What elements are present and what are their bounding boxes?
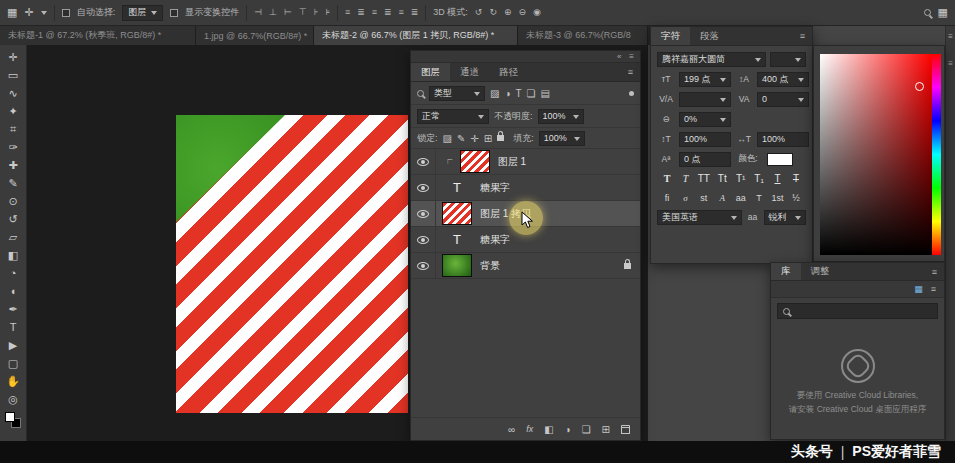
delete-layer-icon[interactable] bbox=[621, 425, 630, 434]
filter-adjustment-layers-icon[interactable]: ◑ bbox=[504, 88, 510, 99]
collapse-panel-icon[interactable]: « bbox=[617, 52, 621, 61]
layer-row-background[interactable]: 背景 bbox=[411, 253, 640, 279]
distribute-top-icon[interactable]: ≡ bbox=[345, 8, 350, 17]
lock-pixels-icon[interactable]: ✎ bbox=[457, 133, 465, 144]
filter-pixel-layers-icon[interactable]: ▨ bbox=[490, 88, 499, 99]
layer-thumbnail[interactable] bbox=[442, 254, 472, 277]
faux-italic-button[interactable]: T bbox=[677, 173, 693, 184]
tab-paragraph[interactable]: 段落 bbox=[690, 27, 729, 45]
show-transform-checkbox[interactable] bbox=[170, 9, 178, 17]
font-family-select[interactable]: 腾祥嘉丽大圆简 bbox=[657, 52, 766, 67]
lock-transparency-icon[interactable]: ▨ bbox=[443, 133, 452, 144]
roll-3d-icon[interactable]: ↻ bbox=[489, 8, 497, 17]
panel-menu-icon[interactable]: ≡ bbox=[621, 63, 640, 81]
lasso-tool[interactable]: ∿ bbox=[0, 84, 26, 102]
list-view-icon[interactable]: ≡ bbox=[931, 284, 936, 294]
text-layer-icon[interactable]: T bbox=[442, 176, 472, 199]
grid-view-icon[interactable]: ▦ bbox=[914, 284, 923, 294]
visibility-toggle[interactable] bbox=[411, 175, 436, 200]
doc-tab-3-active[interactable]: 未标题-2 @ 66.7% (图层 1 拷贝, RGB/8#) * bbox=[314, 26, 518, 45]
tab-character[interactable]: 字符 bbox=[651, 27, 690, 45]
ordinals-button[interactable]: 1st bbox=[770, 193, 786, 203]
filter-type-dropdown[interactable]: 类型 bbox=[429, 86, 485, 101]
move-tool-icon[interactable]: ✛ bbox=[24, 7, 33, 18]
filter-toggle-icon[interactable] bbox=[629, 91, 634, 96]
pen-tool[interactable]: ✒ bbox=[0, 300, 26, 318]
font-size-field[interactable]: 199 点 bbox=[679, 72, 731, 87]
strikethrough-button[interactable]: T bbox=[788, 173, 804, 184]
layer-style-icon[interactable]: fx bbox=[526, 424, 533, 434]
path-select-tool[interactable]: ▶ bbox=[0, 336, 26, 354]
discretionary-ligatures-button[interactable]: st bbox=[696, 193, 712, 203]
doc-tab-1[interactable]: 未标题-1 @ 67.2% (秋季班, RGB/8#) * bbox=[0, 26, 196, 45]
doc-tab-2[interactable]: 1.jpg @ 66.7%(RGB/8#) * bbox=[196, 26, 314, 45]
all-caps-button[interactable]: TT bbox=[696, 173, 712, 184]
visibility-toggle[interactable] bbox=[411, 253, 436, 278]
filter-smart-objects-icon[interactable]: ▤ bbox=[541, 88, 550, 99]
anti-alias-select[interactable]: 锐利 bbox=[764, 210, 806, 225]
vertical-scale-field[interactable]: 100% bbox=[679, 132, 731, 147]
align-right-icon[interactable]: ⊢ bbox=[284, 8, 292, 17]
tab-channels[interactable]: 通道 bbox=[450, 63, 489, 81]
color-marker-icon[interactable] bbox=[915, 82, 924, 91]
contextual-alternates-button[interactable]: σ bbox=[677, 193, 693, 203]
dodge-tool[interactable]: ◖ bbox=[0, 282, 26, 300]
color-swatches[interactable] bbox=[5, 412, 21, 428]
panel-menu-icon[interactable]: ≡ bbox=[629, 52, 634, 61]
visibility-toggle[interactable] bbox=[411, 201, 436, 226]
add-mask-icon[interactable]: ◧ bbox=[544, 424, 553, 435]
text-layer-icon[interactable]: T bbox=[442, 228, 472, 251]
quick-select-tool[interactable]: ✦ bbox=[0, 102, 26, 120]
small-caps-button[interactable]: Tt bbox=[714, 173, 730, 184]
hue-slider[interactable] bbox=[932, 54, 941, 255]
align-top-icon[interactable]: ⊤ bbox=[299, 8, 307, 17]
blend-mode-dropdown[interactable]: 正常 bbox=[417, 109, 489, 124]
tsume-field[interactable]: 0% bbox=[679, 112, 731, 127]
language-select[interactable]: 美国英语 bbox=[657, 210, 742, 225]
lock-all-icon[interactable] bbox=[497, 135, 504, 141]
healing-tool[interactable]: ✚ bbox=[0, 156, 26, 174]
visibility-toggle[interactable] bbox=[411, 149, 436, 174]
distribute-right-icon[interactable]: ≣ bbox=[411, 8, 419, 17]
auto-select-dropdown[interactable]: 图层 bbox=[122, 5, 163, 21]
kerning-field[interactable] bbox=[679, 92, 731, 107]
align-center-icon[interactable]: ⊥ bbox=[269, 8, 277, 17]
document-artwork[interactable] bbox=[176, 115, 408, 413]
panel-menu-icon[interactable]: ≡ bbox=[925, 263, 944, 280]
zoom-tool[interactable]: ◎ bbox=[0, 390, 26, 408]
marquee-tool[interactable]: ▭ bbox=[0, 66, 26, 84]
auto-select-checkbox[interactable] bbox=[62, 9, 70, 17]
filter-type-layers-icon[interactable]: T bbox=[516, 88, 522, 99]
underline-button[interactable]: T bbox=[770, 173, 786, 184]
tool-preset-caret-icon[interactable] bbox=[41, 11, 47, 18]
slide-3d-icon[interactable]: ⊖ bbox=[518, 8, 526, 17]
foreground-color-swatch[interactable] bbox=[5, 412, 15, 422]
move-tool[interactable]: ✛ bbox=[0, 48, 26, 66]
distribute-left-icon[interactable]: ≣ bbox=[384, 8, 392, 17]
scale-3d-icon[interactable]: ◉ bbox=[533, 8, 541, 17]
visibility-toggle[interactable] bbox=[411, 227, 436, 252]
distribute-bottom-icon[interactable]: ≡ bbox=[372, 8, 377, 17]
superscript-button[interactable]: T¹ bbox=[733, 173, 749, 184]
tab-layers[interactable]: 图层 bbox=[411, 63, 450, 81]
faux-bold-button[interactable]: T bbox=[659, 173, 675, 184]
library-search-input[interactable] bbox=[777, 303, 938, 319]
distribute-center-icon[interactable]: ≡ bbox=[399, 8, 404, 17]
filter-shape-layers-icon[interactable]: ❏ bbox=[527, 88, 536, 99]
panel-menu-icon[interactable]: ≡ bbox=[948, 32, 953, 41]
swash-button[interactable]: A bbox=[714, 193, 730, 203]
titling-alternates-button[interactable]: T bbox=[751, 193, 767, 203]
tab-adjustments[interactable]: 调整 bbox=[801, 263, 840, 280]
blur-tool[interactable]: ◔ bbox=[0, 264, 26, 282]
panel-menu-icon[interactable]: ≡ bbox=[793, 27, 812, 45]
tab-libraries[interactable]: 库 bbox=[771, 263, 801, 280]
hand-tool[interactable]: ✋ bbox=[0, 372, 26, 390]
tracking-field[interactable]: 0 bbox=[757, 92, 809, 107]
layer-row[interactable]: ∟ 图层 1 bbox=[411, 149, 640, 175]
ligatures-button[interactable]: fi bbox=[659, 193, 675, 203]
saturation-brightness-field[interactable] bbox=[820, 54, 932, 255]
history-brush-tool[interactable]: ↺ bbox=[0, 210, 26, 228]
leading-field[interactable]: 400 点 bbox=[757, 72, 809, 87]
layer-thumbnail[interactable] bbox=[442, 202, 472, 225]
shape-tool[interactable]: ▢ bbox=[0, 354, 26, 372]
